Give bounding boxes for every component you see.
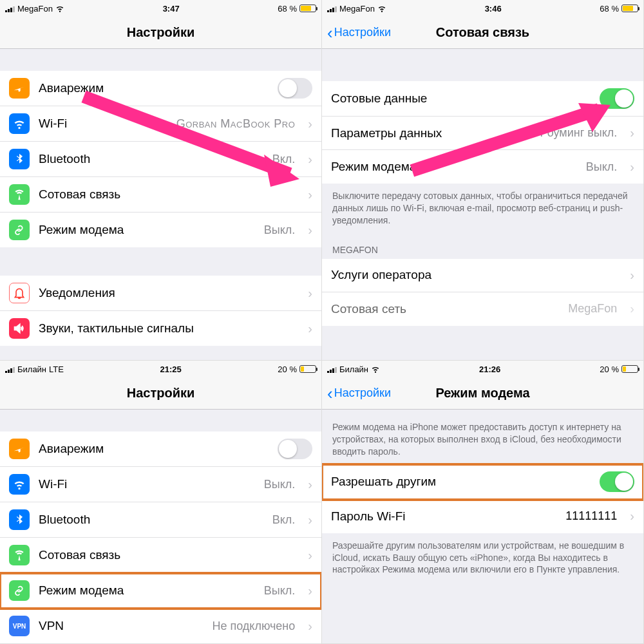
row-label: Bluetooth bbox=[39, 152, 90, 166]
row-bluetooth[interactable]: Bluetooth Вкл. › bbox=[0, 142, 321, 177]
hotspot-icon bbox=[9, 580, 30, 601]
wifi-icon bbox=[371, 365, 380, 374]
carrier-label: MegaFon bbox=[339, 4, 375, 14]
row-value: Выкл. bbox=[264, 478, 296, 491]
net-label: LTE bbox=[49, 365, 64, 374]
status-bar: MegaFon 3:47 68 % bbox=[0, 0, 321, 17]
airplane-icon bbox=[9, 439, 30, 459]
carrier-label: Билайн bbox=[17, 365, 46, 374]
row-label: Сотовые данные bbox=[331, 91, 427, 106]
row-hotspot[interactable]: Режим модема Выкл. › bbox=[0, 573, 321, 609]
panel-settings-main-1: MegaFon 3:47 68 % Настройки Авиарежим Wi… bbox=[0, 0, 322, 361]
row-label: Звуки, тактильные сигналы bbox=[39, 321, 194, 336]
row-value: Вкл. bbox=[272, 513, 296, 527]
signal-icon bbox=[5, 5, 15, 12]
row-value: Выкл. bbox=[586, 160, 618, 174]
chevron-right-icon: › bbox=[308, 619, 312, 634]
chevron-right-icon: › bbox=[308, 548, 312, 563]
carrier-label: MegaFon bbox=[17, 4, 53, 14]
row-sounds[interactable]: Звуки, тактильные сигналы › bbox=[0, 311, 321, 346]
row-value: Вкл. bbox=[272, 153, 296, 166]
row-label: Услуги оператора bbox=[331, 268, 431, 282]
row-label: Параметры данных bbox=[331, 126, 442, 140]
clock: 3:47 bbox=[163, 4, 180, 14]
chevron-left-icon: ‹ bbox=[327, 385, 333, 402]
row-wifi-password[interactable]: Пароль Wi-Fi 11111111 › bbox=[322, 500, 643, 533]
row-notifications[interactable]: Уведомления › bbox=[0, 276, 321, 311]
section-header: MEGAFON bbox=[322, 233, 643, 259]
battery-icon bbox=[621, 5, 638, 12]
chevron-right-icon: › bbox=[630, 126, 634, 140]
antenna-icon bbox=[9, 545, 30, 565]
page-title: Настройки bbox=[0, 386, 321, 401]
battery-icon bbox=[299, 5, 316, 12]
row-bluetooth[interactable]: Bluetooth Вкл. › bbox=[0, 502, 321, 538]
row-airplane[interactable]: Авиарежим bbox=[0, 71, 321, 106]
hotspot-icon bbox=[9, 220, 30, 240]
signal-icon bbox=[327, 5, 337, 12]
page-title: Настройки bbox=[0, 25, 321, 40]
row-wifi[interactable]: Wi-Fi Выкл. › bbox=[0, 467, 321, 502]
row-value: 11111111 bbox=[565, 509, 617, 523]
row-label: Сотовая сеть bbox=[331, 302, 406, 316]
row-label: Авиарежим bbox=[39, 81, 104, 95]
battery-pct: 20 % bbox=[600, 365, 619, 374]
row-hotspot[interactable]: Режим модема Выкл. › bbox=[0, 213, 321, 247]
antenna-icon bbox=[9, 184, 30, 205]
clock: 3:46 bbox=[485, 4, 502, 14]
row-label: Режим модема bbox=[39, 223, 124, 237]
chevron-right-icon: › bbox=[630, 160, 634, 175]
row-vpn[interactable]: VPN VPN Не подключено › bbox=[0, 609, 321, 643]
row-value: Роуминг выкл. bbox=[540, 126, 617, 140]
row-wifi[interactable]: Wi-Fi Gorban MacBook Pro › bbox=[0, 106, 321, 142]
row-label: Сотовая связь bbox=[39, 187, 120, 202]
row-hotspot[interactable]: Режим модема Выкл. › bbox=[322, 150, 643, 184]
row-value: MegaFon bbox=[568, 302, 617, 316]
row-cellular[interactable]: Сотовая связь › bbox=[0, 177, 321, 213]
row-data-options[interactable]: Параметры данных Роуминг выкл. › bbox=[322, 117, 643, 150]
carrier-label: Билайн bbox=[339, 365, 368, 374]
row-cellular[interactable]: Сотовая связь › bbox=[0, 538, 321, 573]
row-value: Выкл. bbox=[264, 584, 296, 598]
panel-cellular: MegaFon 3:46 68 % ‹ Настройки Сотовая св… bbox=[322, 0, 644, 361]
row-value: Gorban MacBook Pro bbox=[176, 117, 296, 131]
back-label: Настройки bbox=[334, 386, 391, 400]
row-label: Режим модема bbox=[39, 583, 124, 598]
airplane-toggle[interactable] bbox=[278, 439, 312, 459]
wifi-row-icon bbox=[9, 474, 30, 495]
clock: 21:25 bbox=[160, 365, 182, 374]
chevron-right-icon: › bbox=[630, 301, 634, 316]
cellular-data-toggle[interactable] bbox=[600, 88, 634, 109]
back-button[interactable]: ‹ Настройки bbox=[327, 385, 391, 402]
row-label: Уведомления bbox=[39, 286, 115, 300]
row-airplane[interactable]: Авиарежим bbox=[0, 431, 321, 467]
vpn-icon: VPN bbox=[9, 616, 30, 636]
chevron-right-icon: › bbox=[308, 477, 312, 492]
wifi-row-icon bbox=[9, 113, 30, 134]
sounds-icon bbox=[9, 318, 30, 339]
allow-others-toggle[interactable] bbox=[600, 471, 634, 492]
bluetooth-icon bbox=[9, 149, 30, 169]
nav-header: ‹ Настройки Режим модема bbox=[322, 377, 643, 410]
row-cellular-data[interactable]: Сотовые данные bbox=[322, 81, 643, 117]
battery-pct: 68 % bbox=[600, 4, 619, 14]
row-allow-others[interactable]: Разрешать другим bbox=[322, 464, 643, 500]
footer-note: Выключите передачу сотовых данных, чтобы… bbox=[322, 184, 643, 233]
nav-header: Настройки bbox=[0, 377, 321, 410]
wifi-icon bbox=[377, 4, 386, 13]
status-bar: Билайн LTE 21:25 20 % bbox=[0, 361, 321, 377]
row-cellular-network[interactable]: Сотовая сеть MegaFon › bbox=[322, 292, 643, 326]
battery-pct: 20 % bbox=[278, 365, 297, 374]
row-value: Не подключено bbox=[212, 620, 295, 633]
row-label: Пароль Wi-Fi bbox=[331, 509, 406, 524]
chevron-right-icon: › bbox=[308, 187, 312, 202]
back-button[interactable]: ‹ Настройки bbox=[327, 24, 391, 41]
chevron-right-icon: › bbox=[308, 321, 312, 336]
airplane-toggle[interactable] bbox=[278, 78, 312, 99]
signal-icon bbox=[5, 366, 15, 373]
row-carrier-services[interactable]: Услуги оператора › bbox=[322, 259, 643, 292]
row-value: Выкл. bbox=[264, 223, 296, 237]
chevron-right-icon: › bbox=[308, 513, 312, 527]
wifi-icon bbox=[55, 4, 64, 13]
status-bar: MegaFon 3:46 68 % bbox=[322, 0, 643, 17]
